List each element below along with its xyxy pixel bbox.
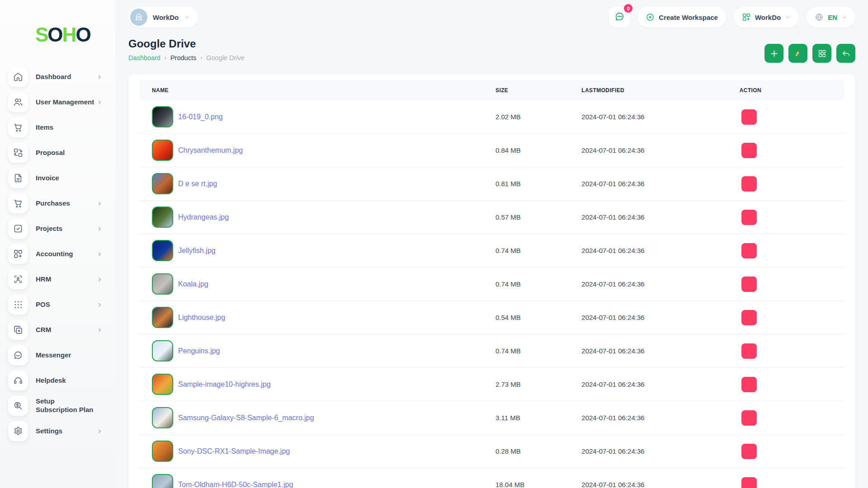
file-thumbnail: [152, 374, 173, 395]
file-name-link[interactable]: Tom-Oldham-H6D-50c-Sample1.jpg: [178, 481, 293, 488]
breadcrumb-dashboard[interactable]: Dashboard: [128, 54, 160, 61]
chevron-right-icon: [97, 99, 103, 105]
file-name-link[interactable]: Hydrangeas.jpg: [178, 213, 229, 221]
file-name-link[interactable]: Chrysanthemum.jpg: [178, 146, 243, 155]
file-name-link[interactable]: Sony-DSC-RX1-Sample-Image.jpg: [178, 447, 290, 455]
sidebar-item-label: POS: [36, 300, 50, 309]
delete-button[interactable]: [741, 444, 757, 459]
logo-letter: O: [75, 23, 90, 46]
file-last-modified: 2024-07-01 06:24:36: [578, 267, 736, 301]
breadcrumb-products[interactable]: Products: [170, 54, 196, 61]
table-row: Penguins.jpg 0.74 MB 2024-07-01 06:24:36: [139, 334, 844, 368]
file-size: 0.28 MB: [492, 435, 578, 468]
helpdesk-icon: [8, 371, 28, 390]
grid-plus-icon: [742, 13, 751, 22]
sidebar-item-hrm[interactable]: HRM: [8, 269, 115, 289]
file-thumbnail: [152, 441, 173, 462]
home-icon: [8, 67, 28, 87]
file-thumbnail: [152, 106, 173, 127]
drive-button[interactable]: [788, 44, 807, 63]
sidebar-item-invoice[interactable]: Invoice: [8, 168, 115, 188]
messenger-icon: [8, 345, 28, 365]
chevron-right-icon: [97, 327, 103, 333]
sidebar-item-accounting[interactable]: Accounting: [8, 244, 115, 264]
sidebar-item-label: User Management: [36, 98, 94, 107]
table-row: Hydrangeas.jpg 0.57 MB 2024-07-01 06:24:…: [139, 201, 844, 234]
file-name-link[interactable]: Lighthouse.jpg: [178, 314, 225, 322]
delete-button[interactable]: [741, 143, 757, 158]
file-name-link[interactable]: Koala.jpg: [178, 280, 208, 288]
chevron-right-icon: [97, 201, 103, 206]
breadcrumb-separator: ›: [165, 55, 166, 61]
file-name-link[interactable]: Samsung-Galaxy-S8-Sample-6_macro.jpg: [178, 414, 314, 422]
messenger-button[interactable]: 0: [609, 7, 630, 28]
delete-button[interactable]: [741, 377, 757, 392]
file-name-link[interactable]: Jellyfish.jpg: [178, 247, 216, 255]
sidebar-item-proposal[interactable]: Proposal: [8, 143, 115, 163]
sidebar-item-settings[interactable]: Settings: [8, 421, 115, 441]
gear-icon: [8, 421, 28, 441]
file-thumbnail: [152, 340, 173, 361]
file-thumbnail: [152, 206, 173, 228]
proposal-icon: [8, 143, 28, 163]
delete-button[interactable]: [741, 410, 757, 426]
sidebar-item-label: Purchases: [36, 199, 70, 208]
chevron-right-icon: [97, 302, 103, 308]
check-icon: [8, 219, 28, 239]
workspace-selector[interactable]: WorkDo: [128, 7, 198, 28]
delete-button[interactable]: [741, 109, 757, 125]
grid-view-button[interactable]: [812, 44, 831, 63]
chevron-down-icon: [841, 14, 847, 20]
topbar-right: 0 Create Workspace WorkDo EN: [609, 7, 855, 28]
table-row: Chrysanthemum.jpg 0.84 MB 2024-07-01 06:…: [139, 134, 844, 167]
create-workspace-button[interactable]: Create Workspace: [637, 7, 726, 28]
messages-badge: 0: [624, 4, 632, 13]
file-size: 0.81 MB: [492, 167, 578, 201]
delete-button[interactable]: [741, 277, 757, 292]
sidebar-item-messenger[interactable]: Messenger: [8, 345, 115, 365]
cart-icon: [8, 193, 28, 213]
files-card: NAME SIZE LASTMODIFIED ACTION 16-019_0.p…: [128, 74, 855, 488]
sidebar-item-crm[interactable]: CRM: [8, 320, 115, 340]
sidebar-item-user-management[interactable]: User Management: [8, 92, 115, 112]
sidebar-item-label: Helpdesk: [36, 376, 66, 385]
table-row: Samsung-Galaxy-S8-Sample-6_macro.jpg 3.1…: [139, 401, 844, 435]
file-size: 2.02 MB: [492, 100, 578, 134]
sidebar-item-pos[interactable]: POS: [8, 295, 115, 314]
workdo-dropdown-label: WorkDo: [755, 14, 781, 21]
file-last-modified: 2024-07-01 06:24:36: [578, 301, 736, 334]
sidebar-nav: Dashboard User Management Items Proposal…: [0, 67, 115, 441]
delete-button[interactable]: [741, 210, 757, 225]
delete-button[interactable]: [741, 343, 757, 359]
file-size: 2.73 MB: [492, 368, 578, 401]
file-name-link[interactable]: Sample-image10-highres.jpg: [178, 380, 271, 389]
sidebar-item-dashboard[interactable]: Dashboard: [8, 67, 115, 87]
column-header-action: ACTION: [736, 80, 844, 100]
sidebar-item-items[interactable]: Items: [8, 117, 115, 137]
sidebar-item-projects[interactable]: Projects: [8, 219, 115, 239]
delete-button[interactable]: [741, 477, 757, 488]
page-actions: [764, 44, 855, 63]
delete-button[interactable]: [741, 176, 757, 192]
sidebar-item-helpdesk[interactable]: Helpdesk: [8, 371, 115, 390]
language-selector[interactable]: EN: [807, 7, 855, 28]
file-name-link[interactable]: Penguins.jpg: [178, 347, 220, 355]
back-button[interactable]: [836, 44, 855, 63]
page-header: Google Drive Dashboard › Products › Goog…: [128, 38, 855, 63]
file-thumbnail: [152, 240, 173, 261]
delete-button[interactable]: [741, 310, 757, 325]
file-name-link[interactable]: D e se rt.jpg: [178, 180, 217, 188]
workdo-dropdown[interactable]: WorkDo: [734, 7, 799, 28]
file-name-link[interactable]: 16-019_0.png: [178, 113, 223, 121]
file-thumbnail: [152, 173, 173, 194]
file-last-modified: 2024-07-01 06:24:36: [578, 100, 736, 134]
file-last-modified: 2024-07-01 06:24:36: [578, 401, 736, 435]
chevron-down-icon: [785, 14, 791, 20]
sidebar-item-setup-subscription-plan[interactable]: Setup Subscription Plan: [8, 396, 115, 416]
plus-icon: [769, 49, 779, 58]
logo-letter: O: [47, 23, 62, 46]
sidebar-item-purchases[interactable]: Purchases: [8, 193, 115, 213]
delete-button[interactable]: [741, 243, 757, 258]
add-button[interactable]: [764, 44, 783, 63]
plus-circle-icon: [646, 13, 655, 22]
